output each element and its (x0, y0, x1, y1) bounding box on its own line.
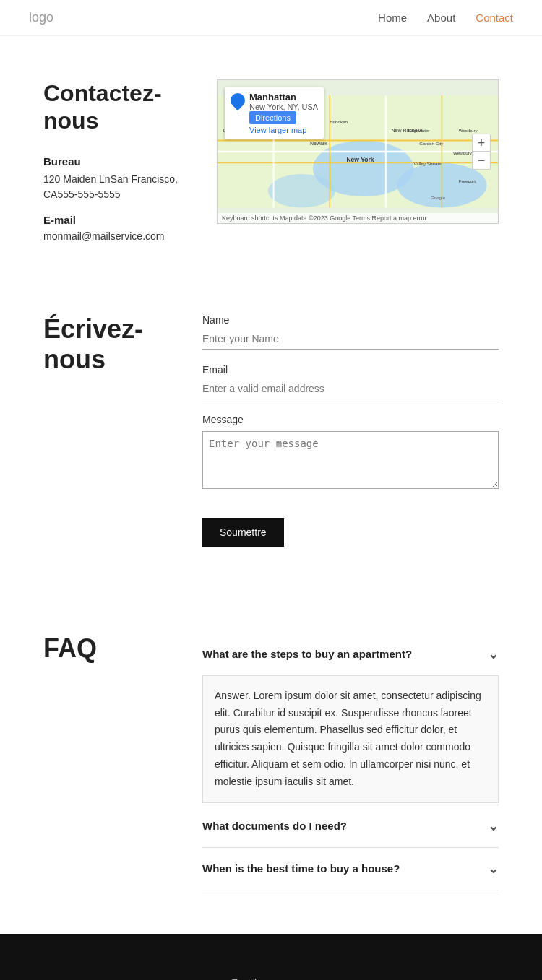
newsletter-email-label: Email (231, 977, 499, 980)
faq-item-3: When is the best time to buy a house? ⌄ (202, 848, 499, 890)
map-label-box: Manhattan New York, NY, USA Directions V… (225, 87, 324, 139)
faq-heading: FAQ (43, 633, 173, 664)
name-label: Name (202, 314, 499, 326)
bureau-label: Bureau (43, 155, 188, 168)
map-place-sub: New York, NY, USA (249, 103, 318, 111)
faq-question-3-text: When is the best time to buy a house? (202, 862, 400, 875)
faq-question-3[interactable]: When is the best time to buy a house? ⌄ (202, 848, 499, 890)
svg-text:Edgewater: Edgewater (408, 128, 430, 133)
map-footer: Keyboard shortcuts Map data ©2023 Google… (218, 213, 498, 223)
svg-text:Westbury: Westbury (459, 128, 478, 133)
message-input[interactable] (202, 431, 499, 489)
faq-question-1[interactable]: What are the steps to buy an apartment? … (202, 633, 499, 675)
nav-home[interactable]: Home (378, 12, 407, 24)
bureau-address: 120 Maiden LnSan Francisco, CA555-555-55… (43, 172, 188, 202)
svg-text:Newark: Newark (310, 141, 327, 146)
email-value: monmail@mailservice.com (43, 230, 188, 242)
nav-contact[interactable]: Contact (476, 12, 513, 24)
map-place-info: Manhattan New York, NY, USA Directions V… (249, 92, 318, 134)
chevron-down-icon: ⌄ (488, 818, 499, 834)
svg-text:Google: Google (431, 195, 446, 200)
write-form: Name Email Message Soumettre (202, 314, 499, 547)
faq-section: FAQ What are the steps to buy an apartme… (0, 604, 542, 934)
map-zoom-controls: + − (472, 134, 491, 170)
newsletter-form: Email Soumettre (231, 977, 499, 980)
contact-title: Contactez-nous (43, 79, 188, 135)
faq-question-2[interactable]: What documents do I need? ⌄ (202, 805, 499, 847)
logo: logo (29, 10, 53, 25)
faq-title: FAQ (43, 633, 173, 664)
write-title: Écrivez-nous (43, 314, 173, 375)
svg-text:Westbury: Westbury (453, 150, 473, 155)
faq-items: What are the steps to buy an apartment? … (202, 633, 499, 890)
svg-point-3 (268, 174, 335, 208)
name-group: Name (202, 314, 499, 350)
email-group: Email (202, 364, 499, 399)
faq-item-1: What are the steps to buy an apartment? … (202, 633, 499, 805)
svg-text:New York: New York (346, 156, 374, 163)
nav-links: Home About Contact (378, 12, 513, 24)
faq-question-2-text: What documents do I need? (202, 820, 347, 832)
newsletter-section: & notre newsletter Email Soumettre (0, 934, 542, 980)
map-footer-text: Keyboard shortcuts Map data ©2023 Google… (222, 214, 427, 222)
map-place-name: Manhattan (249, 92, 318, 103)
nav-about[interactable]: About (427, 12, 455, 24)
faq-question-1-text: What are the steps to buy an apartment? (202, 648, 412, 660)
message-label: Message (202, 414, 499, 425)
svg-text:Hoboken: Hoboken (330, 119, 348, 124)
email-input[interactable] (202, 378, 499, 399)
map-container: New York Newark New Rochelle Livingston … (217, 79, 499, 224)
write-section: Écrivez-nous Name Email Message Soumettr… (0, 285, 542, 604)
svg-text:Freeport: Freeport (459, 178, 476, 183)
navbar: logo Home About Contact (0, 0, 542, 36)
write-submit-button[interactable]: Soumettre (202, 518, 284, 547)
name-input[interactable] (202, 329, 499, 350)
directions-button[interactable]: Directions (249, 111, 296, 124)
svg-text:Valley Stream: Valley Stream (414, 161, 442, 166)
svg-text:Garden City: Garden City (419, 141, 444, 146)
chevron-down-icon-3: ⌄ (488, 861, 499, 877)
faq-item-2: What documents do I need? ⌄ (202, 805, 499, 848)
message-group: Message (202, 414, 499, 492)
contact-info: Contactez-nous Bureau 120 Maiden LnSan F… (43, 79, 188, 242)
write-heading: Écrivez-nous (43, 314, 173, 375)
zoom-out-button[interactable]: − (473, 152, 490, 169)
map-place-icon (231, 92, 245, 108)
view-larger-map-link[interactable]: View larger map (249, 126, 318, 134)
email-label: E-mail (43, 214, 188, 226)
contact-section: Contactez-nous Bureau 120 Maiden LnSan F… (0, 36, 542, 285)
email-field-label: Email (202, 364, 499, 376)
chevron-up-icon: ⌄ (488, 646, 499, 662)
faq-answer-1: Answer. Lorem ipsum dolor sit amet, cons… (202, 675, 499, 803)
zoom-in-button[interactable]: + (473, 134, 490, 152)
